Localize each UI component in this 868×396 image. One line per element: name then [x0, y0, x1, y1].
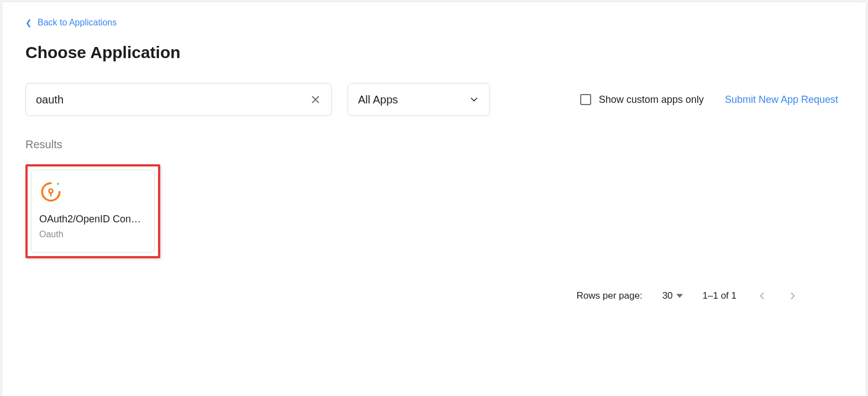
- rows-per-page-select[interactable]: 30: [662, 290, 683, 301]
- result-card-subtitle: Oauth: [39, 230, 146, 239]
- chevron-right-icon: [787, 290, 798, 301]
- page-title: Choose Application: [25, 43, 843, 62]
- checkbox-icon: [580, 94, 591, 105]
- filter-dropdown[interactable]: All Apps: [348, 83, 490, 116]
- prev-page-button[interactable]: [756, 290, 767, 301]
- controls-row: All Apps Show custom apps only Submit Ne…: [25, 83, 843, 116]
- search-input[interactable]: [36, 93, 309, 106]
- back-to-applications-link[interactable]: ❮ Back to Applications: [25, 18, 117, 28]
- rows-per-page-label: Rows per page:: [577, 290, 643, 301]
- result-card-title: OAuth2/OpenID Connect: [39, 213, 146, 225]
- oauth-app-icon: [39, 180, 62, 204]
- result-card-highlight: OAuth2/OpenID Connect Oauth: [25, 164, 160, 258]
- result-card-oauth[interactable]: OAuth2/OpenID Connect Oauth: [31, 170, 155, 253]
- next-page-button[interactable]: [787, 290, 798, 301]
- checkbox-label: Show custom apps only: [599, 94, 704, 106]
- results-heading: Results: [25, 138, 843, 151]
- back-link-label: Back to Applications: [38, 18, 117, 28]
- search-box[interactable]: [25, 83, 332, 116]
- pagination-range: 1–1 of 1: [703, 290, 737, 301]
- chevron-left-icon: ❮: [25, 18, 32, 27]
- rows-per-page-value: 30: [662, 290, 673, 301]
- clear-search-button[interactable]: [309, 93, 322, 106]
- close-icon: [309, 93, 322, 106]
- chevron-left-icon: [756, 290, 767, 301]
- filter-dropdown-label: All Apps: [358, 93, 398, 106]
- caret-down-icon: [676, 293, 683, 299]
- submit-new-app-link[interactable]: Submit New App Request: [725, 94, 838, 106]
- chevron-down-icon: [469, 94, 480, 105]
- pagination: Rows per page: 30 1–1 of 1: [25, 290, 843, 301]
- show-custom-apps-checkbox[interactable]: Show custom apps only: [580, 94, 704, 106]
